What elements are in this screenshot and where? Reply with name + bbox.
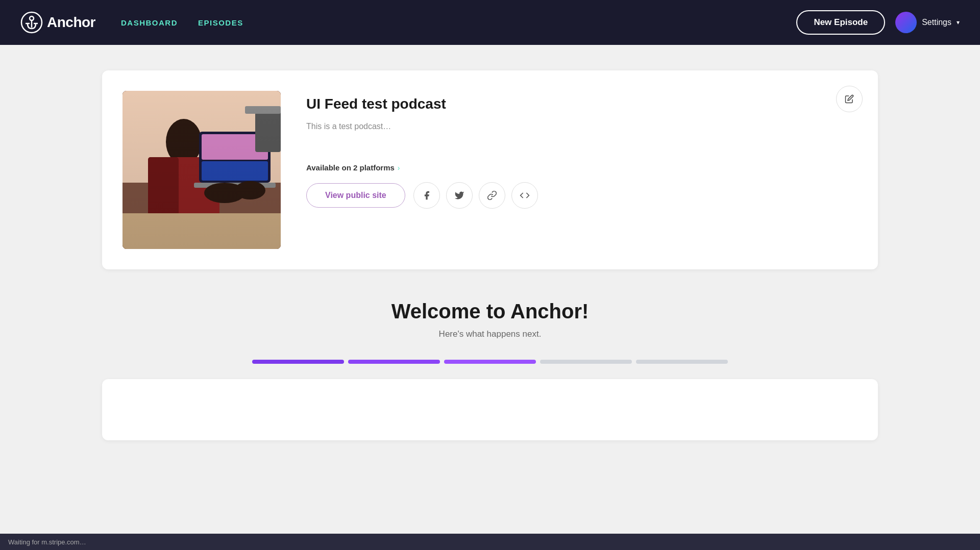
welcome-subtitle: Here's what happens next. <box>102 329 878 339</box>
link-icon <box>487 190 497 201</box>
podcast-title: UI Feed test podcast <box>306 96 857 112</box>
svg-rect-5 <box>122 91 281 249</box>
bottom-card-preview <box>102 379 878 440</box>
status-text: Waiting for m.stripe.com… <box>8 538 86 546</box>
svg-rect-10 <box>179 157 219 218</box>
embed-button[interactable] <box>511 182 538 209</box>
svg-rect-6 <box>122 91 281 183</box>
svg-point-17 <box>235 181 265 199</box>
new-episode-button[interactable]: New Episode <box>796 10 885 35</box>
main-content: UI Feed test podcast This is a test podc… <box>0 45 980 440</box>
settings-area[interactable]: Settings ▾ <box>895 12 960 33</box>
svg-rect-8 <box>148 157 219 218</box>
status-bar: Waiting for m.stripe.com… <box>0 534 980 550</box>
podcast-image-svg <box>122 91 281 249</box>
welcome-section: Welcome to Anchor! Here's what happens n… <box>102 300 878 440</box>
view-public-site-button[interactable]: View public site <box>306 183 405 208</box>
chevron-down-icon: ▾ <box>957 19 960 26</box>
svg-point-1 <box>30 16 34 20</box>
embed-icon <box>520 190 530 201</box>
facebook-icon <box>422 190 432 201</box>
logo-text: Anchor <box>47 14 95 31</box>
edit-podcast-button[interactable] <box>836 86 863 112</box>
nav-dashboard[interactable]: DASHBOARD <box>121 18 178 27</box>
step-bar-4[interactable] <box>540 360 632 364</box>
svg-rect-9 <box>148 157 179 218</box>
social-icons <box>413 182 538 209</box>
action-row: View public site <box>306 182 857 209</box>
svg-rect-14 <box>194 183 276 188</box>
pencil-icon <box>845 94 854 104</box>
progress-steps <box>102 360 878 364</box>
svg-rect-18 <box>255 111 281 152</box>
svg-point-16 <box>204 183 245 203</box>
facebook-share-button[interactable] <box>413 182 440 209</box>
avatar <box>895 12 917 33</box>
twitter-icon <box>454 190 464 201</box>
welcome-title: Welcome to Anchor! <box>102 300 878 323</box>
podcast-description: This is a test podcast… <box>306 120 857 133</box>
podcast-image <box>122 91 281 249</box>
step-bar-3[interactable] <box>444 360 536 364</box>
step-bar-5[interactable] <box>636 360 728 364</box>
logo[interactable]: Anchor <box>20 11 95 34</box>
platforms-text: Available on 2 platforms <box>306 163 395 172</box>
navbar: Anchor DASHBOARD EPISODES New Episode Se… <box>0 0 980 45</box>
step-bar-2[interactable] <box>348 360 440 364</box>
settings-label: Settings <box>922 18 951 27</box>
step-bar-1[interactable] <box>252 360 344 364</box>
svg-point-7 <box>166 119 202 165</box>
svg-rect-11 <box>199 132 271 183</box>
nav-right: New Episode Settings ▾ <box>796 10 960 35</box>
svg-rect-15 <box>122 213 281 249</box>
podcast-info: UI Feed test podcast This is a test podc… <box>306 91 857 209</box>
podcast-card: UI Feed test podcast This is a test podc… <box>102 70 878 269</box>
svg-rect-12 <box>202 134 268 160</box>
nav-links: DASHBOARD EPISODES <box>121 18 796 27</box>
podcast-photo <box>122 91 281 249</box>
twitter-share-button[interactable] <box>446 182 473 209</box>
anchor-logo-icon <box>20 11 43 34</box>
platforms-arrow-icon: › <box>398 164 400 172</box>
platforms-line[interactable]: Available on 2 platforms › <box>306 163 857 172</box>
nav-episodes[interactable]: EPISODES <box>198 18 243 27</box>
copy-link-button[interactable] <box>479 182 505 209</box>
avatar-image <box>895 12 917 33</box>
svg-rect-13 <box>202 161 268 181</box>
svg-rect-19 <box>245 106 281 114</box>
